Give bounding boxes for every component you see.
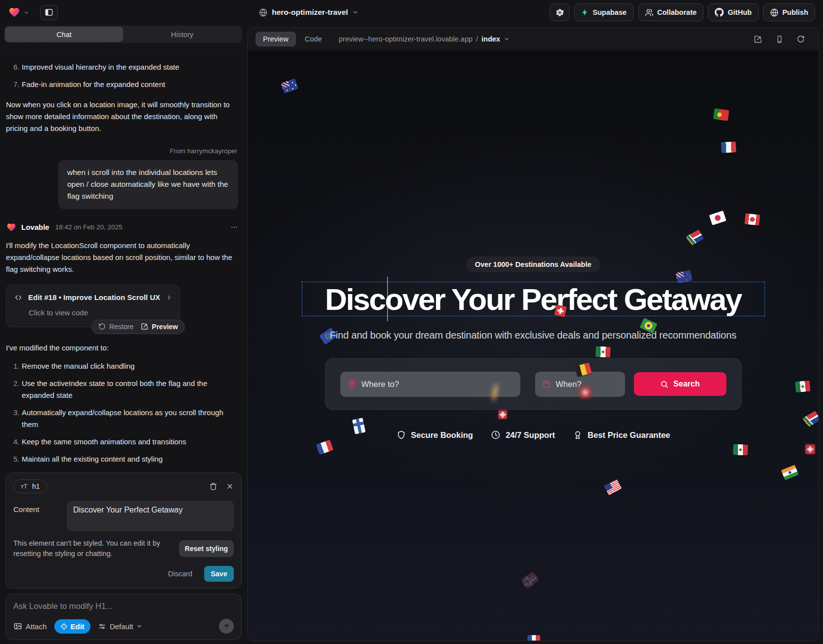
- assistant-name: Lovable: [21, 221, 49, 233]
- chevron-down-icon: [136, 623, 142, 629]
- gear-icon: [555, 8, 564, 17]
- refresh-icon[interactable]: [797, 35, 805, 43]
- flag-mexico-icon: [595, 346, 610, 358]
- message-menu-icon[interactable]: [230, 223, 238, 231]
- mode-selector[interactable]: Default: [98, 622, 143, 631]
- edit-version-card[interactable]: Edit #18 • Improve Location Scroll UX Cl…: [6, 285, 180, 327]
- list-number: 7.: [6, 79, 22, 90]
- image-icon: [13, 622, 22, 631]
- h1-selection-outline[interactable]: Discover Your Perfect Getaway: [302, 282, 765, 316]
- sliders-icon: [98, 622, 106, 631]
- message-author-label: From harrymckayroper: [6, 146, 237, 157]
- list-item: Improved visual hierarchy in the expande…: [22, 61, 238, 73]
- globe-icon: [259, 8, 267, 17]
- github-button[interactable]: GitHub: [708, 3, 758, 21]
- assistant-paragraph: I've modified the component to:: [6, 342, 238, 354]
- flag-finland-icon: [352, 418, 366, 434]
- lovable-logo-icon[interactable]: [8, 6, 21, 18]
- tab-chat[interactable]: Chat: [5, 27, 123, 42]
- flag-mexico-icon: [795, 381, 811, 393]
- award-icon: [573, 430, 583, 440]
- flag-portugal-icon: [713, 108, 730, 121]
- trash-icon[interactable]: [209, 482, 217, 490]
- search-button[interactable]: Search: [634, 372, 726, 396]
- content-textarea[interactable]: Discover Your Perfect Getaway: [67, 501, 234, 531]
- supabase-button[interactable]: Supabase: [574, 3, 634, 21]
- flag-switzerland-icon: [554, 304, 567, 317]
- reset-styling-button[interactable]: Reset styling: [179, 540, 234, 557]
- publish-button[interactable]: Publish: [763, 3, 815, 21]
- preview-label: Preview: [152, 321, 178, 332]
- element-editor-panel: h1 Content Discover Your Perfect Getaway…: [5, 472, 242, 589]
- chat-scroll-area[interactable]: 6. Improved visual hierarchy in the expa…: [0, 43, 247, 468]
- top-bar: hero-optimizer-travel Supabase Collabora…: [0, 0, 823, 25]
- flag-france-icon: [721, 141, 736, 153]
- flag-switzerland-icon: [805, 444, 815, 454]
- collaborate-button[interactable]: Collaborate: [638, 3, 704, 21]
- composer-input[interactable]: [13, 601, 234, 611]
- url-page: index: [481, 35, 500, 43]
- settings-button[interactable]: [550, 3, 569, 21]
- where-to-input[interactable]: [361, 380, 513, 389]
- restore-label: Restore: [109, 321, 133, 332]
- list-item: Use the activeIndex state to control bot…: [22, 378, 238, 401]
- restore-icon: [98, 323, 106, 330]
- crosshair-icon: [60, 623, 68, 630]
- supabase-icon: [581, 8, 589, 16]
- preview-url-selector[interactable]: preview--hero-optimizer-travel.lovable.a…: [339, 35, 510, 43]
- chevron-right-icon: [166, 294, 173, 301]
- list-number: 2.: [6, 378, 22, 401]
- list-number: 3.: [6, 407, 22, 430]
- list-number: 6.: [6, 61, 22, 73]
- github-label: GitHub: [728, 8, 751, 16]
- flag-canada-icon: [744, 213, 760, 225]
- close-icon[interactable]: [226, 482, 234, 490]
- preview-button[interactable]: Preview: [141, 321, 178, 332]
- restore-button[interactable]: Restore: [98, 321, 133, 332]
- sidebar-toggle-button[interactable]: [40, 5, 58, 20]
- list-number: 4.: [6, 436, 22, 448]
- flag-japan-icon: [709, 211, 726, 225]
- users-icon: [645, 8, 653, 17]
- element-tag-pill: h1: [13, 479, 47, 493]
- feature-support: 24/7 Support: [491, 430, 555, 440]
- attach-label: Attach: [26, 622, 47, 631]
- preview-panel: Preview Code preview--hero-optimizer-tra…: [247, 27, 819, 641]
- discard-button[interactable]: Discard: [168, 570, 192, 578]
- collaborate-label: Collaborate: [657, 8, 697, 16]
- tab-code[interactable]: Code: [299, 32, 328, 46]
- feature-label: Secure Booking: [411, 430, 473, 440]
- arrow-up-icon: [223, 623, 230, 630]
- text-caret: [387, 277, 388, 321]
- tab-history[interactable]: History: [123, 27, 241, 42]
- list-item: Fade-in animation for the expanded conte…: [22, 79, 238, 90]
- restore-preview-pill: Restore Preview: [91, 320, 185, 334]
- mobile-view-icon[interactable]: [776, 35, 783, 43]
- flag-south-africa-icon: [686, 229, 704, 246]
- save-button[interactable]: Save: [204, 566, 234, 582]
- shield-icon: [396, 430, 406, 440]
- flag-south-africa-icon: [803, 411, 819, 428]
- chat-composer: Attach Edit Default: [5, 594, 242, 640]
- flag-india-icon: [781, 465, 799, 480]
- project-selector[interactable]: hero-optimizer-travel: [259, 8, 358, 17]
- chat-numbered-list: 6. Improved visual hierarchy in the expa…: [6, 61, 238, 90]
- chevron-down-icon: [352, 9, 358, 15]
- chat-numbered-list: 1. Remove the manual click handling 2. U…: [6, 360, 238, 465]
- tab-preview[interactable]: Preview: [256, 32, 296, 46]
- list-item: Keep the same smooth animations and tran…: [22, 436, 238, 448]
- list-item: Remove the manual click handling: [22, 360, 238, 372]
- flag-mexico-icon: [733, 444, 748, 455]
- flag-france-icon: [527, 635, 540, 641]
- flag-australia-icon: [281, 79, 299, 94]
- open-external-icon[interactable]: [754, 35, 762, 43]
- search-icon: [660, 380, 668, 388]
- flag-france-icon: [316, 440, 334, 455]
- edit-mode-button[interactable]: Edit: [54, 619, 90, 634]
- project-name: hero-optimizer-travel: [272, 8, 348, 17]
- attach-button[interactable]: Attach: [13, 622, 47, 631]
- send-button[interactable]: [219, 619, 234, 634]
- chevron-down-icon[interactable]: [24, 10, 29, 15]
- preview-toolbar: Preview Code preview--hero-optimizer-tra…: [248, 28, 819, 50]
- globe-icon: [770, 8, 779, 17]
